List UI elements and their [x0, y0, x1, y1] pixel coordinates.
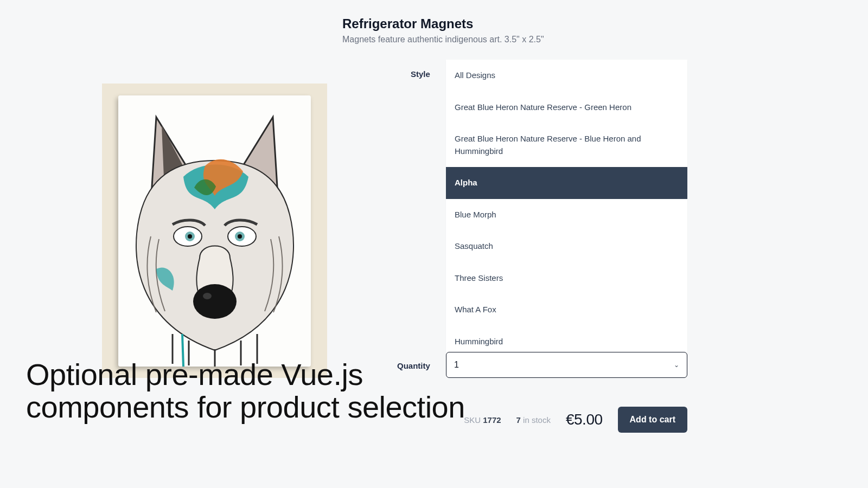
svg-point-7	[193, 284, 237, 319]
style-option[interactable]: Sasquatch	[446, 230, 687, 262]
svg-point-6	[238, 234, 242, 239]
add-to-cart-button[interactable]: Add to cart	[618, 407, 687, 433]
product-subtitle: Magnets feature authentic indigenous art…	[342, 35, 544, 44]
stock-display: 7 in stock	[516, 415, 551, 425]
product-title: Refrigerator Magnets	[342, 16, 544, 31]
style-option[interactable]: Alpha	[446, 167, 687, 199]
style-option[interactable]: Three Sisters	[446, 262, 687, 294]
svg-point-3	[188, 234, 192, 239]
style-option[interactable]: Great Blue Heron Nature Reserve - Green …	[446, 92, 687, 124]
product-image-magnet	[118, 95, 311, 367]
style-label: Style	[411, 69, 430, 79]
svg-point-8	[203, 293, 212, 299]
quantity-select[interactable]: 1 ⌄	[446, 352, 687, 378]
style-option[interactable]: Great Blue Heron Nature Reserve - Blue H…	[446, 123, 687, 167]
overlay-caption: Optional pre-made Vue.js components for …	[26, 358, 465, 424]
style-option[interactable]: Blue Morph	[446, 199, 687, 231]
style-list: All DesignsGreat Blue Heron Nature Reser…	[446, 60, 687, 357]
style-option[interactable]: All Designs	[446, 60, 687, 92]
chevron-down-icon: ⌄	[674, 361, 679, 369]
product-image	[102, 84, 327, 378]
sku-display: SKU 1772	[464, 415, 501, 425]
price: €5.00	[566, 411, 603, 428]
style-option[interactable]: What A Fox	[446, 294, 687, 326]
